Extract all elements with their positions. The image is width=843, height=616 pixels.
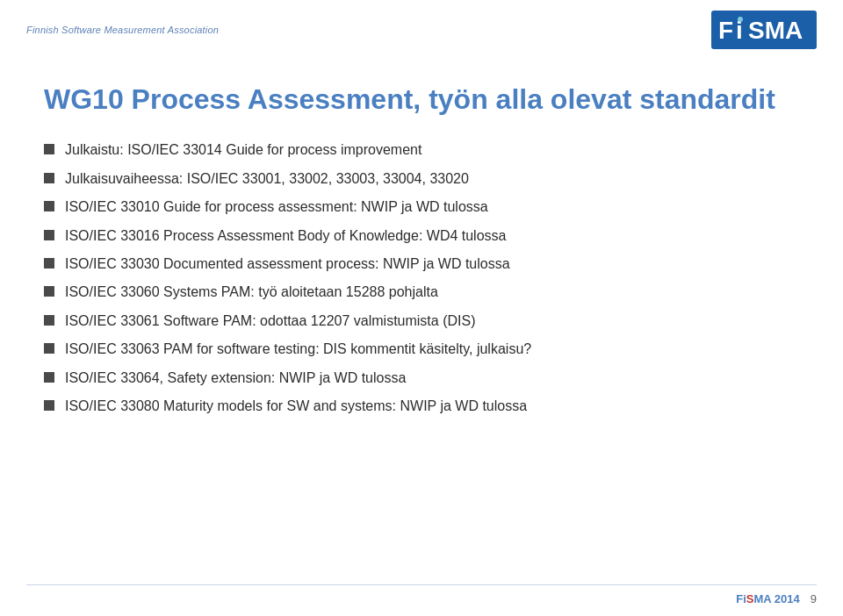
- bullet-icon: [44, 144, 54, 154]
- bullet-text: ISO/IEC 33030 Documented assessment proc…: [65, 254, 799, 274]
- bullet-text: ISO/IEC 33064, Safety extension: NWIP ja…: [65, 369, 799, 388]
- list-item: Julkaistu: ISO/IEC 33014 Guide for proce…: [44, 140, 799, 160]
- list-item: ISO/IEC 33030 Documented assessment proc…: [44, 254, 799, 274]
- svg-text:F: F: [718, 17, 733, 44]
- list-item: ISO/IEC 33010 Guide for process assessme…: [44, 197, 799, 217]
- bullet-icon: [44, 258, 54, 269]
- logo-container: F i SMA: [711, 11, 817, 49]
- bullet-text: Julkaisuvaiheessa: ISO/IEC 33001, 33002,…: [65, 169, 799, 189]
- bullet-text: ISO/IEC 33016 Process Assessment Body of…: [65, 226, 799, 246]
- header: Finnish Software Measurement Association…: [0, 0, 843, 56]
- bullet-text: ISO/IEC 33063 PAM for software testing: …: [65, 340, 799, 359]
- list-item: ISO/IEC 33064, Safety extension: NWIP ja…: [44, 369, 799, 388]
- main-content: WG10 Process Assessment, työn alla oleva…: [0, 56, 843, 442]
- list-item: ISO/IEC 33063 PAM for software testing: …: [44, 340, 799, 359]
- footer-brand: FiSMA 2014: [736, 592, 800, 605]
- svg-point-3: [738, 17, 743, 22]
- list-item: ISO/IEC 33016 Process Assessment Body of…: [44, 226, 799, 246]
- bullet-icon: [44, 201, 54, 211]
- bullet-text: ISO/IEC 33080 Maturity models for SW and…: [65, 397, 799, 416]
- bullet-text: ISO/IEC 33061 Software PAM: odottaa 1220…: [65, 312, 799, 331]
- footer-divider: [26, 584, 817, 585]
- fisma-logo: F i SMA: [711, 11, 817, 49]
- page-number: 9: [811, 592, 817, 605]
- list-item: ISO/IEC 33080 Maturity models for SW and…: [44, 397, 799, 416]
- list-item: Julkaisuvaiheessa: ISO/IEC 33001, 33002,…: [44, 169, 799, 189]
- bullet-icon: [44, 372, 54, 383]
- svg-text:SMA: SMA: [748, 17, 803, 44]
- page-title: WG10 Process Assessment, työn alla oleva…: [44, 82, 799, 116]
- footer: FiSMA 2014 9: [736, 592, 817, 605]
- bullet-icon: [44, 343, 54, 354]
- bullet-text: ISO/IEC 33010 Guide for process assessme…: [65, 197, 799, 217]
- bullet-icon: [44, 400, 54, 411]
- bullet-icon: [44, 230, 54, 240]
- bullet-icon: [44, 173, 54, 183]
- bullet-text: Julkaistu: ISO/IEC 33014 Guide for proce…: [65, 140, 799, 160]
- bullet-icon: [44, 286, 54, 297]
- org-name: Finnish Software Measurement Association: [26, 25, 219, 35]
- bullet-list: Julkaistu: ISO/IEC 33014 Guide for proce…: [44, 140, 799, 416]
- bullet-icon: [44, 315, 54, 326]
- list-item: ISO/IEC 33060 Systems PAM: työ aloitetaa…: [44, 283, 799, 302]
- list-item: ISO/IEC 33061 Software PAM: odottaa 1220…: [44, 312, 799, 331]
- bullet-text: ISO/IEC 33060 Systems PAM: työ aloitetaa…: [65, 283, 799, 302]
